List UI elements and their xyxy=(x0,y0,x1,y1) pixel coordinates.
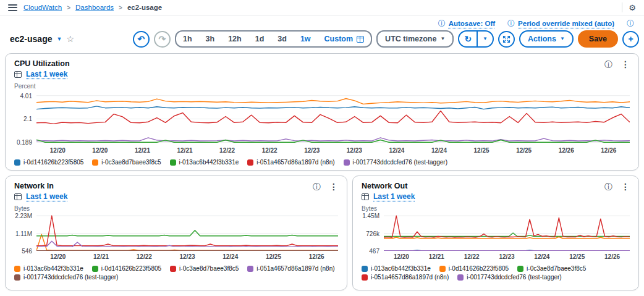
x-tick-label: 12/26 xyxy=(295,253,338,260)
chart-legend: i-013ac6b442f3b331ei-0d141626b223f5805i-… xyxy=(14,265,338,281)
title-dropdown-caret-icon[interactable]: ▼ xyxy=(56,36,62,42)
legend-item[interactable]: i-0c3ae8d7baee3f8c5 xyxy=(517,265,586,272)
x-axis-ticks: 12/2012/2012/2112/2112/2212/2212/2312/23… xyxy=(36,147,630,154)
x-tick-label: 12/23 xyxy=(489,253,525,260)
dashboard-toolbar: ec2-usage ▼ ☆ ↶ ↷ 1h 3h 12h 1d 3d 1w Cus… xyxy=(0,27,644,53)
cpu-utilization-widget: CPU Utilization Last 1 week ⓘ ⋮ Percent … xyxy=(5,53,639,171)
y-tick-label: 726k xyxy=(366,230,379,237)
legend-item[interactable]: i-051a4657d86a1897d (n8n) xyxy=(247,159,334,166)
x-tick-label: 12/25 xyxy=(252,253,295,260)
time-range-1w[interactable]: 1w xyxy=(294,32,318,46)
legend-color-swatch xyxy=(362,274,368,281)
legend-color-swatch xyxy=(92,266,98,272)
y-tick-label: 1.45M xyxy=(362,213,379,219)
undo-button[interactable]: ↶ xyxy=(133,31,150,48)
timezone-dropdown[interactable]: UTC timezone ▼ xyxy=(376,30,454,48)
time-range-1d[interactable]: 1d xyxy=(248,32,271,46)
legend-color-swatch xyxy=(170,266,176,272)
cpu-chart-plot[interactable] xyxy=(36,91,630,145)
kebab-menu-icon[interactable]: ⋮ xyxy=(329,182,338,191)
y-tick-label: 2.23M xyxy=(15,213,32,219)
fullscreen-button[interactable] xyxy=(498,31,515,48)
x-tick-label: 12/25 xyxy=(559,253,595,260)
add-widget-button[interactable]: + xyxy=(622,31,639,48)
legend-item[interactable]: i-0d141626b223f5805 xyxy=(14,159,83,166)
hamburger-menu-icon[interactable] xyxy=(8,4,17,11)
refresh-options-caret[interactable]: ▼ xyxy=(477,32,493,46)
x-tick-label: 12/22 xyxy=(248,147,291,154)
dashboard-status-row: ⓘ Autosave: Off ⓘ Period override mixed … xyxy=(0,15,644,27)
x-tick-label: 12/21 xyxy=(121,147,164,154)
network-in-widget: Network In Last 1 week ⓘ ⋮ Bytes 2.23M1.… xyxy=(5,175,347,290)
info-icon[interactable]: ⓘ xyxy=(604,183,612,191)
y-tick-label: 4.01 xyxy=(20,92,32,99)
calendar-icon xyxy=(14,71,22,78)
info-icon[interactable]: ⓘ xyxy=(627,20,634,27)
info-icon[interactable]: ⓘ xyxy=(604,61,612,69)
x-tick-label: 12/20 xyxy=(79,147,122,154)
x-tick-label: 12/23 xyxy=(166,253,209,260)
save-button[interactable]: Save xyxy=(578,30,618,48)
x-tick-label: 12/24 xyxy=(209,253,252,260)
x-tick-label: 12/21 xyxy=(419,253,454,260)
breadcrumb-dashboards[interactable]: Dashboards xyxy=(75,4,114,11)
legend-color-swatch xyxy=(247,266,253,272)
time-range-12h[interactable]: 12h xyxy=(221,32,248,46)
chevron-right-icon: > xyxy=(67,4,70,11)
favorite-star-icon[interactable]: ☆ xyxy=(66,34,74,44)
network-in-chart-plot[interactable] xyxy=(36,214,338,251)
kebab-menu-icon[interactable]: ⋮ xyxy=(621,182,630,191)
y-tick-label: 546 xyxy=(22,247,32,254)
info-icon[interactable]: ⓘ xyxy=(313,183,321,191)
autosave-toggle[interactable]: ⓘ Autosave: Off xyxy=(438,20,495,27)
legend-item[interactable]: i-0d141626b223f5805 xyxy=(92,265,161,272)
time-range-3h[interactable]: 3h xyxy=(199,32,222,46)
time-range-selector: 1h 3h 12h 1d 3d 1w Custom xyxy=(175,30,372,48)
y-tick-label: 1.11M xyxy=(15,230,32,237)
x-tick-label: 12/21 xyxy=(164,147,206,154)
legend-item[interactable]: i-013ac6b442f3b331e xyxy=(170,159,239,166)
legend-item[interactable]: i-0c3ae8d7baee3f8c5 xyxy=(170,265,239,272)
kebab-menu-icon[interactable]: ⋮ xyxy=(621,60,630,69)
legend-item[interactable]: i-0017743ddcdcfed76 (test-tagger) xyxy=(344,159,447,166)
actions-dropdown[interactable]: Actions ▼ xyxy=(519,30,574,48)
legend-color-swatch xyxy=(362,266,368,272)
network-out-chart-plot[interactable] xyxy=(384,214,630,251)
x-tick-label: 12/20 xyxy=(36,147,79,154)
period-override-control[interactable]: ⓘ Period override mixed (auto) xyxy=(507,20,614,27)
x-tick-label: 12/22 xyxy=(206,147,248,154)
calendar-icon xyxy=(14,193,22,200)
x-tick-label: 12/25 xyxy=(502,147,545,154)
x-tick-label: 12/20 xyxy=(36,253,80,260)
legend-item[interactable]: i-051a4657d86a1897d (n8n) xyxy=(362,274,449,281)
legend-item[interactable]: i-013ac6b442f3b331e xyxy=(362,265,431,272)
breadcrumb-cloudwatch[interactable]: CloudWatch xyxy=(23,4,62,11)
refresh-split-button[interactable]: ↻ ▼ xyxy=(458,30,494,48)
time-range-1h[interactable]: 1h xyxy=(176,32,199,46)
legend-item[interactable]: i-013ac6b442f3b331e xyxy=(14,265,83,272)
refresh-icon[interactable]: ↻ xyxy=(459,32,477,46)
redo-button[interactable]: ↷ xyxy=(154,31,171,48)
y-axis-unit: Bytes xyxy=(362,205,630,212)
time-range-3d[interactable]: 3d xyxy=(271,32,294,46)
legend-color-swatch xyxy=(439,266,446,272)
legend-item[interactable]: i-0017743ddcdcfed76 (test-tagger) xyxy=(457,274,561,281)
x-tick-label: 12/21 xyxy=(80,253,123,260)
calendar-icon xyxy=(362,193,369,200)
settings-gear-icon[interactable]: ⚙ xyxy=(629,4,636,12)
fullscreen-icon xyxy=(502,35,511,43)
dashboard-grid: CPU Utilization Last 1 week ⓘ ⋮ Percent … xyxy=(0,53,644,290)
y-tick-label: 2.1 xyxy=(23,116,32,122)
legend-item[interactable]: i-0c3ae8d7baee3f8c5 xyxy=(92,159,161,166)
x-tick-label: 12/23 xyxy=(290,147,333,154)
legend-item[interactable]: i-051a4657d86a1897d (n8n) xyxy=(247,265,334,272)
period-link[interactable]: Last 1 week xyxy=(373,192,415,201)
period-link[interactable]: Last 1 week xyxy=(26,70,67,78)
calendar-icon xyxy=(357,36,364,43)
period-link[interactable]: Last 1 week xyxy=(26,192,67,201)
y-axis-ticks: 4.012.10.189 xyxy=(14,91,36,145)
time-range-custom[interactable]: Custom xyxy=(318,35,371,43)
legend-item[interactable]: i-0d141626b223f5805 xyxy=(439,265,509,272)
x-tick-label: 12/24 xyxy=(376,147,418,154)
legend-item[interactable]: i-0017743ddcdcfed76 (test-tagger) xyxy=(14,274,118,281)
